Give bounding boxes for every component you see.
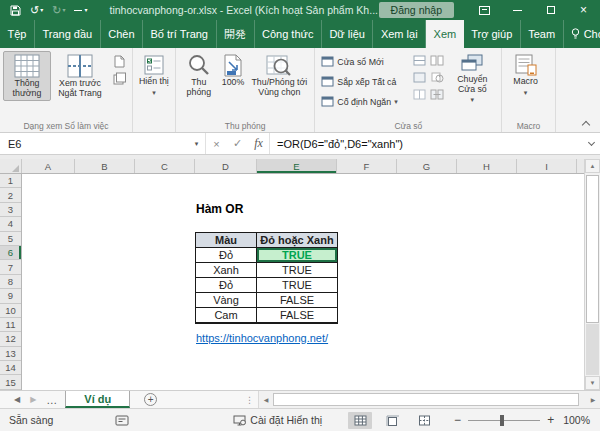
row-header[interactable]: 13	[0, 347, 21, 361]
zoom-out-button[interactable]: −	[454, 413, 461, 427]
view-side-by-side-button[interactable]	[429, 53, 445, 67]
name-box[interactable]: E6	[0, 133, 188, 154]
window-group-item[interactable]: Cố định Ngăn ▾	[319, 93, 409, 110]
ribbon-tab[interactable]: Xem lại	[373, 20, 426, 48]
collapse-ribbon-button[interactable]	[583, 119, 591, 127]
scroll-up-button[interactable]: ▲	[585, 159, 600, 173]
new-sheet-button[interactable]: +	[144, 391, 157, 408]
hyperlink-cell[interactable]: https://tinhocvanphong.net/	[196, 332, 328, 344]
column-header[interactable]: B	[75, 159, 135, 173]
insert-function-icon[interactable]: fx	[248, 136, 269, 151]
vertical-scrollbar[interactable]: ▲ ▼	[584, 159, 600, 390]
normal-view-shortcut[interactable]	[348, 412, 372, 429]
color-cell[interactable]: Vàng	[196, 293, 257, 308]
enter-icon[interactable]: ✓	[227, 137, 248, 150]
page-break-preview-button[interactable]: Xem trước Ngắt Trang	[51, 51, 109, 101]
column-header[interactable]: A	[22, 159, 75, 173]
color-cell[interactable]: Đỏ	[196, 278, 257, 293]
row-header[interactable]: 8	[0, 275, 21, 289]
accessibility-checker-button[interactable]	[115, 415, 129, 426]
display-settings-button[interactable]: Cài đặt Hiển thị	[233, 414, 322, 426]
ribbon-tab[interactable]: Chèn	[101, 20, 143, 48]
row-header[interactable]: 14	[0, 361, 21, 375]
zoom-in-button[interactable]: +	[547, 413, 554, 427]
tell-me-button[interactable]: Cho tôi b	[564, 20, 600, 48]
scroll-down-button[interactable]: ▼	[585, 376, 600, 390]
color-cell[interactable]: Xanh	[196, 263, 257, 278]
column-header[interactable]: G	[397, 159, 457, 173]
horizontal-scrollbar[interactable]: ◀ ▶	[258, 391, 600, 408]
split-button[interactable]	[411, 53, 427, 67]
row-header[interactable]: 12	[0, 332, 21, 346]
zoom-button[interactable]: Thu phóng	[179, 51, 219, 100]
vertical-scrollbar-track[interactable]	[586, 324, 599, 375]
column-header[interactable]: C	[135, 159, 195, 173]
row-header[interactable]: 1	[0, 174, 21, 188]
window-group-item[interactable]: Cửa sổ Mới	[319, 53, 409, 70]
result-cell[interactable]: TRUE	[257, 263, 337, 278]
switch-windows-button[interactable]: Chuyển Cửa sổ ▾	[446, 51, 498, 108]
column-header[interactable]: D	[195, 159, 257, 173]
result-cell[interactable]: TRUE	[257, 278, 337, 293]
tab-split-handle[interactable]: ⋮	[241, 391, 258, 408]
sheet-title-cell[interactable]: Hàm OR	[196, 202, 243, 216]
row-header[interactable]: 11	[0, 318, 21, 332]
row-header[interactable]: 3	[0, 203, 21, 217]
page-layout-view-button[interactable]	[111, 54, 127, 68]
cancel-icon[interactable]: ×	[206, 138, 227, 150]
ribbon-tab[interactable]: Tệp	[0, 20, 35, 48]
ribbon-tab[interactable]: Dữ liệu	[322, 20, 374, 48]
hide-button[interactable]	[411, 70, 427, 84]
row-header[interactable]: 5	[0, 232, 21, 246]
ribbon-tab[interactable]: Công thức	[255, 20, 322, 48]
expand-formula-bar-button[interactable]	[582, 133, 600, 154]
result-cell[interactable]: TRUE	[257, 248, 337, 263]
zoom-slider[interactable]	[468, 415, 540, 426]
row-header[interactable]: 6	[0, 246, 21, 260]
color-cell[interactable]: Cam	[196, 308, 257, 323]
column-header[interactable]: E	[257, 159, 337, 173]
sign-in-button[interactable]: Đăng nhập	[379, 2, 454, 18]
row-header[interactable]: 4	[0, 217, 21, 231]
horizontal-scrollbar-thumb[interactable]	[273, 393, 579, 406]
zoom-slider-handle[interactable]	[500, 415, 504, 426]
table-header-result[interactable]: Đỏ hoặc Xanh	[257, 233, 337, 248]
formula-input[interactable]: =OR(D6="đỏ",D6="xanh")	[270, 133, 582, 154]
save-icon[interactable]	[10, 5, 21, 16]
zoom-to-selection-button[interactable]: Thu/Phóng tới Vùng chọn	[247, 51, 311, 100]
row-header[interactable]: 9	[0, 289, 21, 303]
ribbon-tab[interactable]: Trang đầu	[35, 20, 101, 48]
unhide-button[interactable]	[411, 87, 427, 101]
vertical-scrollbar-thumb[interactable]	[586, 175, 599, 323]
column-header[interactable]: F	[337, 159, 397, 173]
row-header[interactable]: 2	[0, 188, 21, 202]
column-header[interactable]: I	[517, 159, 577, 173]
zoom-level[interactable]: 100%	[563, 414, 590, 426]
minimize-button[interactable]	[501, 0, 534, 20]
sheet-list-ellipsis[interactable]: …	[46, 394, 57, 406]
restore-button[interactable]	[534, 0, 567, 20]
normal-view-button[interactable]: Thông thường	[3, 51, 51, 101]
page-break-shortcut[interactable]	[412, 412, 436, 429]
ribbon-display-options-button[interactable]	[468, 0, 501, 20]
previous-sheet-icon[interactable]: ◀	[14, 395, 20, 404]
scroll-right-button[interactable]: ▶	[586, 392, 600, 407]
undo-button[interactable]: ↺▾	[30, 5, 43, 16]
row-header[interactable]: 10	[0, 304, 21, 318]
ribbon-tab[interactable]: Bố trí Trang	[143, 20, 216, 48]
page-layout-shortcut[interactable]	[380, 412, 404, 429]
zoom-100-button[interactable]: 100%	[219, 51, 248, 91]
synchronous-scrolling-button[interactable]	[429, 70, 445, 84]
customize-qat-button[interactable]: ▾	[74, 7, 87, 13]
name-box-dropdown-icon[interactable]: ▾	[188, 133, 206, 154]
next-sheet-icon[interactable]: ▶	[30, 395, 36, 404]
reset-window-position-button[interactable]	[429, 87, 445, 101]
row-header[interactable]: 15	[0, 375, 21, 389]
ribbon-tab[interactable]: Xem	[426, 20, 464, 48]
redo-button[interactable]: ↻▾	[52, 5, 65, 16]
column-header[interactable]: H	[457, 159, 517, 173]
sheet-tab-active[interactable]: Ví dụ	[65, 391, 130, 408]
select-all-button[interactable]	[0, 159, 22, 173]
ribbon-tab[interactable]: Team	[521, 20, 564, 48]
macro-button[interactable]: Macro ▾	[510, 51, 540, 100]
